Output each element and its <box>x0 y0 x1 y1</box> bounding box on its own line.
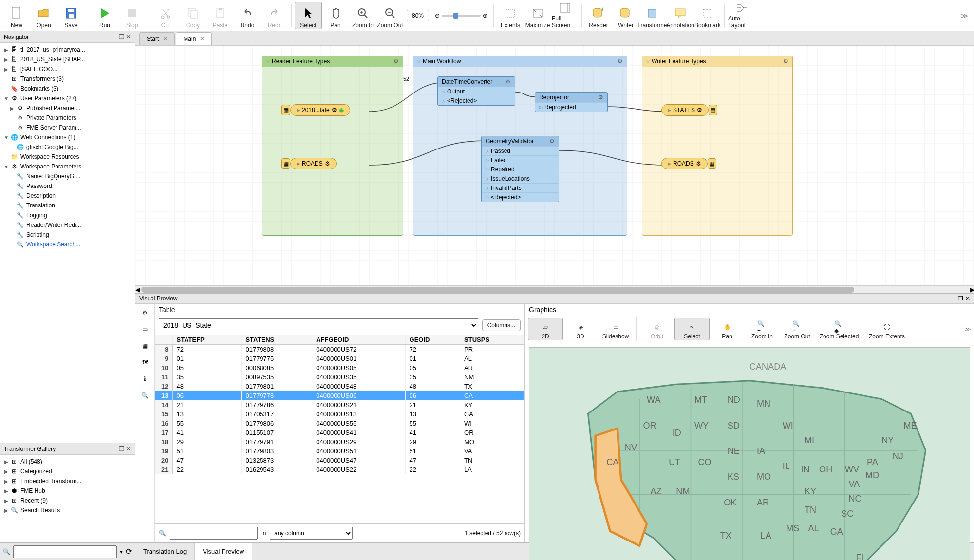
feature-info-icon[interactable]: 🗺 <box>139 356 151 368</box>
dataset-select[interactable]: 2018_US_State <box>159 318 478 332</box>
close-icon[interactable]: ✕ <box>163 36 168 42</box>
gallery-item[interactable]: ▶🔍Search Results <box>1 505 134 515</box>
close-icon[interactable]: ✕ <box>126 445 131 452</box>
nav-item[interactable]: 📁Workspace Resources <box>1 152 134 162</box>
table-search-input[interactable] <box>170 527 258 540</box>
bookmark-button[interactable]: Bookmark <box>694 2 721 29</box>
table-row[interactable]: 1741011551070400000US4141OR <box>155 428 524 437</box>
data-table[interactable]: STATEFPSTATENSAFFGEOIDGEOIDSTUSPS8720177… <box>155 335 524 523</box>
table-row[interactable]: 2122016295430400000US2222LA <box>155 465 524 474</box>
nav-item[interactable]: 🌐gfischl Google Big... <box>1 142 134 152</box>
options-icon[interactable]: ⚙ <box>139 307 151 318</box>
table-row[interactable]: 872017798080400000US7272PR <box>155 345 524 355</box>
save-button[interactable]: Save <box>57 2 85 29</box>
orbit-button[interactable]: ◎Orbit <box>639 318 674 340</box>
nav-item[interactable]: ▶🗄2018_US_State [SHAP... <box>1 55 134 64</box>
canvas-hscroll[interactable]: ◀▶ <box>135 285 974 293</box>
table-row[interactable]: 1829017797910400000US2929MO <box>155 437 524 447</box>
nav-item[interactable]: 🔧Description <box>1 191 134 201</box>
nav-item[interactable]: 🔧Scripting <box>1 230 134 240</box>
search-column-select[interactable]: any column <box>270 527 353 540</box>
bottom-tab[interactable]: Translation Log <box>135 543 195 560</box>
nav-item[interactable]: ⊞Transformers (3) <box>1 74 134 84</box>
transformer-geometryvalidator[interactable]: GeometryValidator⚙ ▷Passed ▷Failed ▷Repa… <box>481 136 559 202</box>
maximize-button[interactable]: Maximize <box>524 2 551 29</box>
undock-icon[interactable]: ❐ <box>119 445 125 452</box>
overflow-icon[interactable]: ≫ <box>961 12 971 19</box>
dropdown-icon[interactable]: ▾ <box>120 548 123 555</box>
gear-icon[interactable]: ⚙ <box>696 160 701 167</box>
zoomout-button[interactable]: Zoom Out <box>376 2 404 29</box>
bottom-tab[interactable]: Visual Preview <box>195 543 252 560</box>
quick-search-input[interactable] <box>13 545 117 558</box>
run-button[interactable]: Run <box>91 2 118 29</box>
table-row[interactable]: 1513017053170400000US1313GA <box>155 410 524 419</box>
g-pan-button[interactable]: ✋Pan <box>710 318 745 340</box>
undock-icon[interactable]: ❐ <box>958 295 963 302</box>
table-row[interactable]: 1248017798010400000US4848TX <box>155 382 524 391</box>
nav-item[interactable]: 🔧Password: <box>1 181 134 191</box>
gear-icon[interactable]: ⚙ <box>332 107 337 113</box>
nav-item[interactable]: ▼🌐Web Connections (1) <box>1 132 134 142</box>
view-3d-button[interactable]: ◈3D <box>563 318 598 340</box>
bookmark-writer[interactable]: ▽Writer Feature Types⚙ <box>642 56 793 236</box>
gallery-item[interactable]: ▶⊞Embedded Transform... <box>1 476 134 486</box>
undo-button[interactable]: Undo <box>234 2 261 29</box>
info-icon[interactable]: ℹ <box>139 373 151 385</box>
bookmark-reader[interactable]: ▽Reader Feature Types⚙ <box>262 56 403 236</box>
nav-item[interactable]: 🔧Translation <box>1 201 134 210</box>
table-row[interactable]: 1005000680850400000US0505AR <box>155 363 524 373</box>
nav-item[interactable]: ⚙Private Parameters <box>1 113 134 123</box>
navigator-tree[interactable]: ▶🗄tl_2017_us_primaryroa...▶🗄2018_US_Stat… <box>0 43 135 443</box>
nav-item[interactable]: 🔧Reader/Writer Redi... <box>1 220 134 230</box>
gallery-item[interactable]: ▶⬢FME Hub <box>1 486 134 496</box>
workspace-tab[interactable]: Start✕ <box>139 32 175 45</box>
workspace-tab[interactable]: Main✕ <box>176 32 212 45</box>
g-select-button[interactable]: ↖Select <box>674 318 710 340</box>
reader-button[interactable]: +Reader <box>585 2 612 29</box>
pan-tool-button[interactable]: Pan <box>322 2 349 29</box>
table-row[interactable]: 1655017798060400000US5555WI <box>155 419 524 428</box>
select-tool-button[interactable]: Select <box>295 2 322 29</box>
close-icon[interactable]: ✕ <box>965 295 970 302</box>
writer-button[interactable]: +Writer <box>612 2 639 29</box>
zoom-extents-button[interactable]: ⛶Zoom Extents <box>863 318 910 340</box>
paste-button[interactable]: Paste <box>206 2 234 29</box>
close-icon[interactable]: ✕ <box>200 36 205 42</box>
g-zoomout-button[interactable]: 🔍−Zoom Out <box>780 318 815 340</box>
stop-button[interactable]: Stop <box>118 2 146 29</box>
fullscreen-button[interactable]: Full Screen <box>551 2 579 29</box>
gear-icon[interactable]: ⚙ <box>697 107 702 113</box>
nav-item[interactable]: ▼⚙Workspace Parameters <box>1 162 134 171</box>
nav-item[interactable]: ▶🗄 [SAFE.GOO... <box>1 64 134 74</box>
table-row[interactable]: 1306017797780400000US0606CA <box>155 391 524 400</box>
extents-button[interactable]: Extents <box>497 2 524 29</box>
refresh-icon[interactable]: ⟳ <box>126 547 132 556</box>
zoom-minus-icon[interactable]: ⊖ <box>435 12 440 19</box>
nav-item[interactable]: ▼⚙User Parameters (27) <box>1 93 134 103</box>
table-row[interactable]: 1951017798030400000US5151VA <box>155 447 524 456</box>
gear-icon[interactable]: ⚙ <box>598 94 603 101</box>
table-row[interactable]: 901017797750400000US0101AL <box>155 354 524 363</box>
writer-feature-type-2[interactable]: ▶ROADS ⚙ ▦ <box>661 158 716 169</box>
table-view-icon[interactable]: ▦ <box>139 340 151 352</box>
map-view[interactable]: CANADA MEXICO CA NV OR WA ID AZ NM UT CO… <box>529 347 970 560</box>
autolayout-button[interactable]: Auto-Layout <box>728 2 755 29</box>
copy-button[interactable]: Copy <box>179 2 206 29</box>
workspace-canvas[interactable]: ▽Reader Feature Types⚙ ▽Main Workflow⚙ ▽… <box>135 46 974 293</box>
reader-feature-type-1[interactable]: ▦ ▶2018...tate ⚙◉ <box>281 104 350 116</box>
gallery-tree[interactable]: ▶⊞All (548)▶⊞Categorized▶⊞Embedded Trans… <box>0 455 135 542</box>
transformer-reprojector[interactable]: Reprojector⚙ ▷Reprojected <box>535 92 608 112</box>
gallery-item[interactable]: ▶⊞Recent (9) <box>1 496 134 505</box>
nav-item[interactable]: ▶🗄tl_2017_us_primaryroa... <box>1 45 134 55</box>
gallery-item[interactable]: ▶⊞All (548) <box>1 457 134 467</box>
zoomin-button[interactable]: Zoom In <box>349 2 376 29</box>
g-zoomin-button[interactable]: 🔍+Zoom In <box>745 318 780 340</box>
writer-feature-type-1[interactable]: ▶STATES ⚙ ▦ <box>661 104 717 116</box>
slideshow-button[interactable]: ▭Slideshow <box>598 318 633 340</box>
gallery-item[interactable]: ▶⊞Categorized <box>1 467 134 476</box>
open-button[interactable]: Open <box>30 2 57 29</box>
nav-item[interactable]: 🔖Bookmarks (3) <box>1 84 134 93</box>
nav-item[interactable]: ▶⚙Published Paramet... <box>1 103 134 113</box>
gear-icon[interactable]: ⚙ <box>325 160 330 167</box>
